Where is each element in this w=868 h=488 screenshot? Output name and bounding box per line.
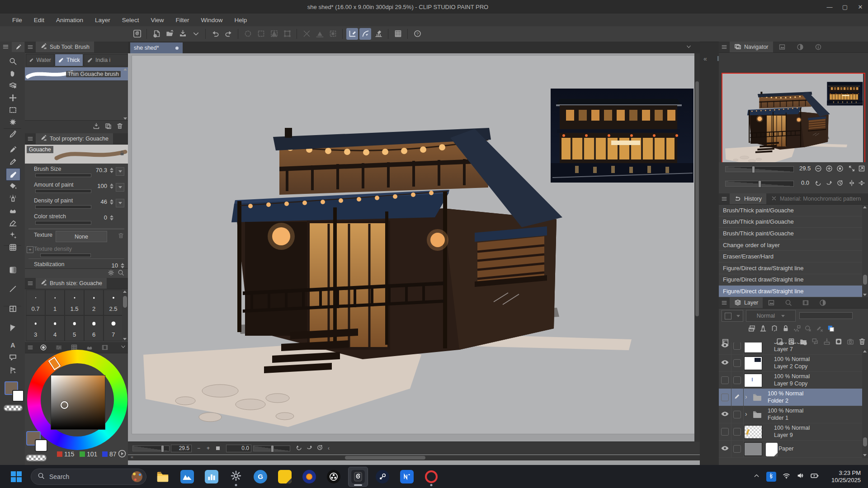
collapse-bar-icon[interactable]: ‹ [328, 445, 330, 451]
subtool-group-tab-india-i[interactable]: India i [84, 54, 128, 66]
taskbar-app-chart-app[interactable] [202, 467, 222, 487]
menu-help[interactable]: Help [228, 14, 253, 26]
brush-item[interactable]: Thin Gouache brush [25, 67, 128, 81]
menu-window[interactable]: Window [195, 14, 228, 26]
layer-checkbox[interactable] [733, 411, 741, 418]
clock[interactable]: 3:23 PM 10/25/2025 [831, 469, 861, 484]
color-stretch-slider[interactable] [35, 221, 91, 225]
layer-row[interactable]: 100 % NormalLayer 9 [719, 423, 863, 441]
layer-row[interactable]: › 100 % NormalFolder 1 [719, 406, 863, 423]
tool-pencil[interactable] [6, 156, 19, 168]
menu-layer[interactable]: Layer [89, 14, 116, 26]
sub-color-swatch[interactable] [35, 439, 47, 452]
expand-arrow-icon[interactable]: › [745, 393, 747, 400]
zoom-out-icon[interactable]: − [197, 445, 200, 451]
tool-figure[interactable] [6, 283, 19, 295]
document-canvas[interactable] [132, 56, 695, 434]
history-tab[interactable]: History [730, 193, 766, 204]
layer-checkbox[interactable] [733, 343, 741, 350]
menu-animation[interactable]: Animation [50, 14, 89, 26]
ref-icon[interactable] [759, 324, 767, 334]
layer-thumbnail[interactable] [744, 357, 762, 370]
menu-view[interactable]: View [145, 14, 170, 26]
navigator-rotation-slider[interactable] [725, 181, 794, 187]
sub-color-swatch[interactable] [12, 390, 24, 402]
settings-gear-icon[interactable] [108, 269, 114, 278]
tool-decoration[interactable] [6, 229, 19, 241]
flip-horizontal-icon[interactable] [847, 178, 856, 187]
panel-menu-icon[interactable] [25, 136, 36, 142]
undo-button[interactable] [209, 28, 221, 40]
tool-balloon[interactable] [6, 352, 19, 363]
tool-eyedropper[interactable] [6, 128, 19, 140]
open-file-button[interactable] [164, 28, 175, 40]
rulerx-icon[interactable] [816, 324, 824, 334]
deselect-button[interactable] [242, 28, 254, 40]
navigator-view-rect[interactable] [722, 73, 865, 162]
tool-frame-border[interactable] [6, 303, 19, 314]
taskbar-app-clip-studio[interactable] [348, 467, 368, 487]
toolbar-tab-pen-icon[interactable] [12, 42, 24, 52]
rotate-left-icon[interactable] [814, 178, 822, 187]
layer-checkbox[interactable] [733, 376, 741, 384]
item-bank-tab[interactable] [791, 43, 809, 51]
panel-chevron-icon[interactable] [120, 343, 126, 352]
tool-airbrush[interactable] [6, 192, 19, 204]
subtool-group-tab-thick[interactable]: Thick [55, 54, 83, 66]
search-property-icon[interactable] [118, 269, 124, 278]
rotate-right-icon[interactable] [825, 178, 833, 187]
close-button[interactable]: ✕ [853, 0, 868, 14]
lock-icon[interactable] [119, 150, 125, 158]
how-to-use-button[interactable]: ? [411, 28, 423, 40]
tool-move-layer[interactable] [6, 92, 19, 103]
history-item[interactable]: Change order of layer [719, 239, 862, 251]
clip-icon[interactable] [748, 324, 756, 334]
color-wheel-tab[interactable] [36, 344, 51, 351]
layer-thumbnail[interactable] [744, 442, 762, 456]
spin-up-icon[interactable] [110, 215, 113, 217]
panel-menu-icon[interactable] [719, 196, 730, 202]
layer-checkbox[interactable] [733, 428, 741, 436]
taskbar-app-headset-app[interactable] [299, 467, 319, 487]
transparent-color-swatch[interactable] [4, 405, 23, 411]
tool-auto-select[interactable] [6, 116, 19, 128]
taskbar-app-steam[interactable] [373, 467, 392, 487]
visibility-toggle[interactable] [721, 428, 729, 436]
layer-checkbox[interactable] [733, 359, 741, 367]
panel-menu-icon[interactable] [719, 44, 730, 50]
tool-fill[interactable] [6, 180, 19, 192]
snap-to-ruler-button[interactable] [346, 28, 358, 40]
zoom-out-icon[interactable] [814, 164, 822, 173]
brush-size-0.7[interactable]: 0.7 [26, 290, 45, 315]
taskbar-app-blue-app[interactable] [397, 467, 417, 487]
new-file-button[interactable] [151, 28, 162, 40]
spin-up-icon[interactable] [110, 168, 113, 170]
texture-dropdown[interactable]: None [56, 231, 107, 242]
brush-size-5[interactable]: 5 [65, 315, 84, 341]
brush-size-scrollbar[interactable] [122, 290, 128, 341]
export-menu-chevron-button[interactable] [190, 28, 202, 40]
zoom-in-icon[interactable] [825, 164, 833, 173]
tool-zoom[interactable] [6, 55, 19, 67]
tool-eraser[interactable] [6, 217, 19, 229]
tool-liquify[interactable] [6, 241, 19, 253]
fit-to-screen-icon[interactable] [847, 164, 856, 173]
reset-rotation-icon[interactable] [835, 178, 844, 187]
tool-hand[interactable] [6, 67, 19, 79]
rotation-slider[interactable] [253, 446, 290, 451]
subtool-group-tab-water[interactable]: Water [26, 54, 54, 66]
delete-texture-icon[interactable] [118, 232, 124, 241]
export-file-button[interactable] [177, 28, 189, 40]
history-item[interactable]: Brush/Thick paint/Gouache [719, 205, 862, 216]
visibility-eye-icon[interactable] [721, 445, 729, 453]
layer-row[interactable]: › 100 % NormalFolder 2 [719, 389, 863, 406]
clear-outside-button[interactable] [314, 28, 326, 40]
blend-mode-dropdown[interactable]: Normal [746, 310, 796, 322]
fill-selection-button[interactable] [327, 28, 339, 40]
sv-cursor[interactable] [61, 401, 68, 409]
layer-scrollbar[interactable] [862, 349, 868, 458]
tool-operation[interactable] [6, 80, 19, 91]
amount-of-paint-slider[interactable] [35, 189, 91, 193]
history-item[interactable]: Figure/Direct draw/Straight line [719, 263, 862, 274]
sub-view-tab[interactable] [773, 43, 791, 51]
